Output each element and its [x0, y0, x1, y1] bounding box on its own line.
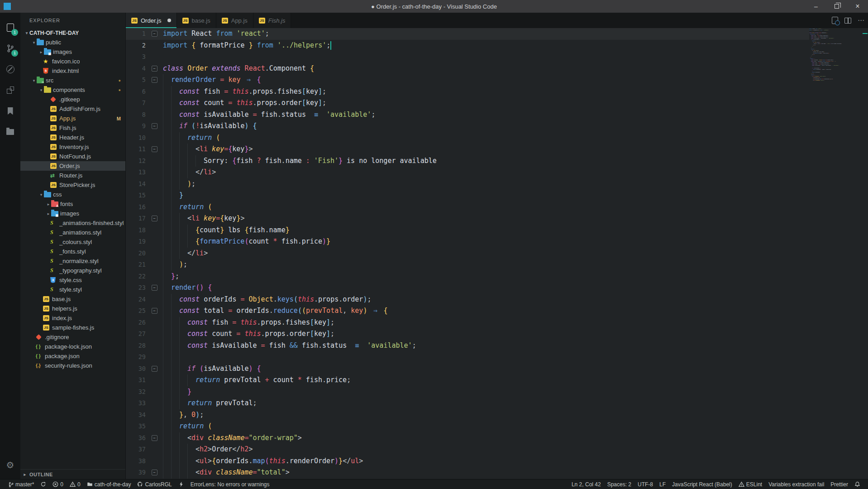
tree-item-base-js[interactable]: JSbase.js — [20, 294, 125, 304]
tree-item-src[interactable]: ▾‹›src● — [20, 76, 125, 85]
fold-icon[interactable]: − — [152, 216, 157, 221]
line-number[interactable]: 13 — [126, 167, 146, 178]
tree-item-order-js[interactable]: JSOrder.js — [20, 161, 125, 171]
tree-item-images[interactable]: ▸▣images — [20, 209, 125, 218]
status-eslint[interactable]: ESLint — [735, 479, 765, 489]
split-editor-icon[interactable] — [844, 18, 851, 24]
code-editor[interactable]: 1−import React from 'react';2import { fo… — [126, 28, 868, 479]
line-number[interactable]: 23 — [126, 282, 146, 294]
fold-icon[interactable]: − — [152, 66, 157, 72]
fold-icon[interactable]: − — [152, 285, 157, 291]
tree-item-css[interactable]: ▾css — [20, 190, 125, 199]
fold-icon[interactable]: − — [152, 308, 157, 314]
line-number[interactable]: 9 — [126, 120, 146, 132]
tree-item-style-css[interactable]: 3style.css — [20, 275, 125, 285]
tree-item-app-js[interactable]: JSApp.jsM — [20, 114, 125, 123]
line-number[interactable]: 21 — [126, 259, 146, 271]
tree-item-images[interactable]: ▸▣images — [20, 47, 125, 57]
line-number[interactable]: 22 — [126, 271, 146, 283]
fold-icon[interactable]: − — [152, 366, 157, 372]
fold-icon[interactable]: − — [152, 123, 157, 129]
line-number[interactable]: 4 — [126, 63, 146, 75]
restore-icon[interactable] — [826, 0, 847, 13]
line-number[interactable]: 11 — [126, 144, 146, 155]
tree-item--typography-styl[interactable]: S_typography.styl — [20, 266, 125, 275]
line-number[interactable]: 10 — [126, 132, 146, 144]
status-utf-8[interactable]: UTF-8 — [634, 479, 656, 489]
tree-item--animations-finished-styl[interactable]: S_animations-finished.styl — [20, 218, 125, 228]
tree-item-public[interactable]: ▾public — [20, 38, 125, 47]
status-carlosrgl[interactable]: CarlosRGL — [134, 479, 175, 489]
line-number[interactable]: 26 — [126, 317, 146, 329]
tree-item--colours-styl[interactable]: S_colours.styl — [20, 237, 125, 247]
tree-item--animations-styl[interactable]: S_animations.styl — [20, 228, 125, 237]
tree-item-security-rules-json[interactable]: {.}security-rules.json — [20, 361, 125, 370]
line-number[interactable]: 38 — [126, 455, 146, 467]
tree-item-fonts[interactable]: ▸Afonts — [20, 199, 125, 209]
line-number[interactable]: 37 — [126, 444, 146, 455]
line-number[interactable]: 30 — [126, 363, 146, 375]
close-icon[interactable]: × — [847, 0, 868, 13]
line-number[interactable]: 39 — [126, 467, 146, 479]
status-lf[interactable]: LF — [656, 479, 669, 489]
settings-gear-icon[interactable]: ⚙ — [0, 455, 20, 475]
tab-app-js[interactable]: JSApp.js — [216, 13, 253, 28]
tree-item-favicon-ico[interactable]: ★favicon.ico — [20, 57, 125, 66]
status-spaces-2[interactable]: Spaces: 2 — [604, 479, 634, 489]
tree-item-components[interactable]: ▾components● — [20, 85, 125, 95]
tab-order-js[interactable]: JSOrder.js — [126, 13, 177, 28]
line-number[interactable]: 17 — [126, 213, 146, 225]
status-variables-extraction-fail[interactable]: Variables extraction fail — [765, 479, 827, 489]
folders-icon[interactable] — [0, 121, 20, 142]
tree-item-fish-js[interactable]: JSFish.js — [20, 123, 125, 133]
tree-item-package-lock-json[interactable]: { }package-lock.json — [20, 342, 125, 351]
tree-item-router-js[interactable]: ⇄Router.js — [20, 171, 125, 180]
status-0[interactable]: 0 — [49, 479, 67, 489]
status-master-[interactable]: master* — [5, 479, 37, 489]
vscode-logo-icon[interactable] — [4, 3, 11, 10]
explorer-icon[interactable]: 1 — [0, 17, 20, 38]
line-number[interactable]: 36 — [126, 432, 146, 444]
tree-item--normalize-styl[interactable]: S_normalize.styl — [20, 256, 125, 266]
status-cath-of-the-day[interactable]: cath-of-the-day — [84, 479, 134, 489]
outline-section[interactable]: ▸ OUTLINE — [20, 469, 125, 479]
line-number[interactable]: 24 — [126, 294, 146, 306]
tree-item-package-json[interactable]: { }package.json — [20, 351, 125, 361]
open-changes-icon[interactable] — [832, 17, 838, 24]
tab-fish-js[interactable]: JSFish.js — [253, 13, 291, 28]
tree-item-sample-fishes-js[interactable]: JSsample-fishes.js — [20, 323, 125, 332]
tree-item--fonts-styl[interactable]: S_fonts.styl — [20, 247, 125, 256]
status-ln-2-col-42[interactable]: Ln 2, Col 42 — [568, 479, 604, 489]
line-number[interactable]: 7 — [126, 97, 146, 109]
minimap[interactable]: import React from 'react';import { forma… — [809, 28, 862, 479]
minimize-icon[interactable]: – — [806, 0, 826, 13]
line-number[interactable]: 14 — [126, 178, 146, 190]
status-sync[interactable] — [37, 479, 49, 489]
line-number[interactable]: 34 — [126, 409, 146, 421]
status-errorlens-no-errors-or-warni[interactable]: ErrorLens: No errors or warnings — [187, 479, 273, 489]
fold-icon[interactable]: − — [152, 146, 157, 152]
line-number[interactable]: 27 — [126, 328, 146, 340]
source-control-icon[interactable]: 1 — [0, 38, 20, 59]
line-number[interactable]: 31 — [126, 374, 146, 386]
modified-dot-icon[interactable] — [167, 19, 171, 22]
tree-item-header-js[interactable]: JSHeader.js — [20, 133, 125, 142]
fold-icon[interactable]: − — [152, 77, 157, 83]
tree-item--gitkeep[interactable]: .gitkeep — [20, 95, 125, 104]
line-number[interactable]: 19 — [126, 236, 146, 248]
status-0[interactable]: 0 — [67, 479, 84, 489]
line-number[interactable]: 2 — [126, 40, 146, 52]
line-number[interactable]: 20 — [126, 248, 146, 259]
line-number[interactable]: 18 — [126, 225, 146, 236]
status-javascript-react-babel-[interactable]: JavaScript React (Babel) — [669, 479, 735, 489]
line-number[interactable]: 25 — [126, 305, 146, 317]
tree-item-style-styl[interactable]: Sstyle.styl — [20, 285, 125, 294]
extensions-icon[interactable] — [0, 80, 20, 101]
line-number[interactable]: 28 — [126, 340, 146, 352]
line-number[interactable]: 15 — [126, 190, 146, 201]
fold-icon[interactable]: − — [152, 435, 157, 441]
line-number[interactable]: 3 — [126, 51, 146, 63]
tree-item-index-html[interactable]: 5index.html — [20, 66, 125, 76]
bookmarks-icon[interactable] — [0, 101, 20, 121]
debug-disabled-icon[interactable] — [0, 59, 20, 80]
